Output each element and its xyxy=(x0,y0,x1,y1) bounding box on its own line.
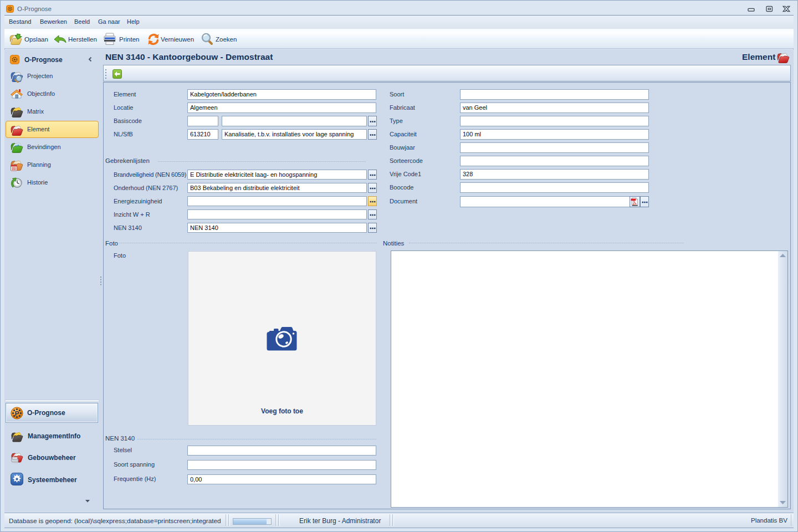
svg-text:P: P xyxy=(15,410,19,417)
